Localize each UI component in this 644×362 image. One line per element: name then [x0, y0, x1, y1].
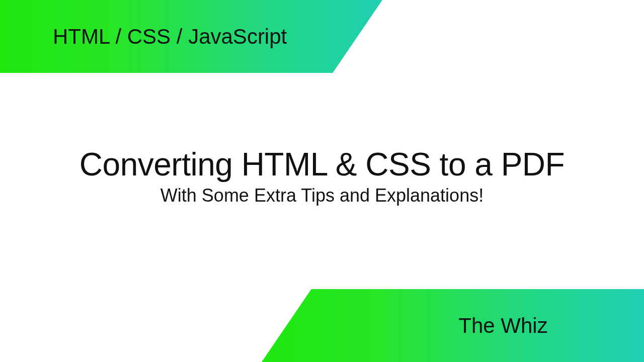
author-label: The Whiz [458, 314, 547, 338]
bottom-banner: The Whiz [262, 289, 644, 362]
title-block: Converting HTML & CSS to a PDF With Some… [0, 146, 644, 206]
category-label: HTML / CSS / JavaScript [53, 25, 287, 49]
top-banner: HTML / CSS / JavaScript [0, 0, 382, 73]
subtitle: With Some Extra Tips and Explanations! [0, 185, 644, 206]
main-title: Converting HTML & CSS to a PDF [0, 146, 644, 183]
